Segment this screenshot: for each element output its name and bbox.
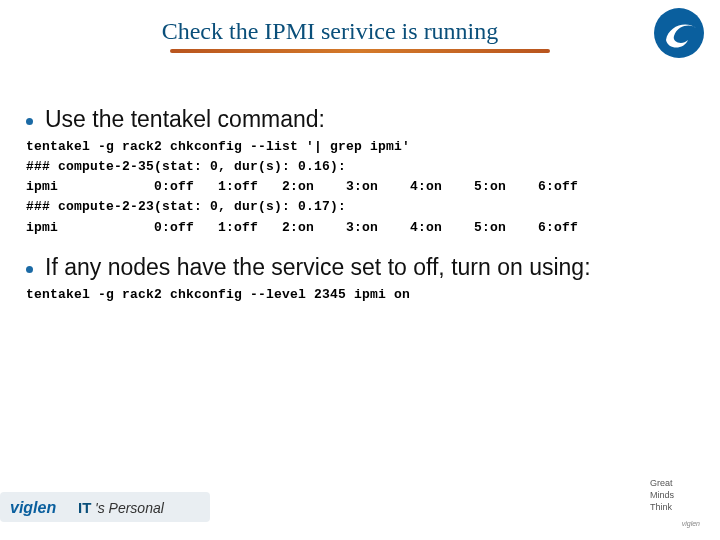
tagline-word: Great [650, 478, 710, 489]
content: Use the tentakel command: tentakel -g ra… [26, 106, 700, 321]
code-line: ### compute-2-35(stat: 0, dur(s): 0.16): [26, 159, 346, 174]
bullet-1: Use the tentakel command: [26, 106, 700, 133]
svg-text:viglen: viglen [10, 499, 56, 516]
code-block-2: tentakel -g rack2 chkconfig --level 2345… [26, 285, 700, 305]
slide: Check the IPMI serivice is running Use t… [0, 0, 720, 540]
code-block-1: tentakel -g rack2 chkconfig --list '| gr… [26, 137, 700, 238]
bullet-2: If any nodes have the service set to off… [26, 254, 700, 281]
brand-small: viglen [682, 520, 700, 528]
footer-personal-text: 's Personal [95, 500, 165, 516]
bullet-1-text: Use the tentakel command: [45, 106, 325, 133]
footer-tagline: Great Minds Think viglen [650, 478, 710, 530]
header: Check the IPMI serivice is running [0, 18, 720, 53]
slide-title: Check the IPMI serivice is running [0, 18, 720, 45]
bullet-dot-icon [26, 266, 33, 273]
footer-it-text: IT [78, 499, 91, 516]
code-line: ipmi 0:off 1:off 2:on 3:on 4:on 5:on 6:o… [26, 179, 578, 194]
code-line: ### compute-2-23(stat: 0, dur(s): 0.17): [26, 199, 346, 214]
logo-swirl-icon [652, 6, 706, 60]
tagline-word: Minds [650, 490, 710, 501]
bullet-2-text: If any nodes have the service set to off… [45, 254, 591, 281]
footer-brand-bar: viglen IT 's Personal [0, 492, 210, 522]
tagline-word: Think [650, 502, 710, 513]
footer: viglen IT 's Personal Great Minds Think … [0, 480, 720, 540]
code-line: tentakel -g rack2 chkconfig --level 2345… [26, 287, 410, 302]
svg-point-0 [654, 8, 704, 58]
bullet-dot-icon [26, 118, 33, 125]
code-line: ipmi 0:off 1:off 2:on 3:on 4:on 5:on 6:o… [26, 220, 578, 235]
title-underline [170, 49, 550, 53]
code-line: tentakel -g rack2 chkconfig --list '| gr… [26, 139, 410, 154]
